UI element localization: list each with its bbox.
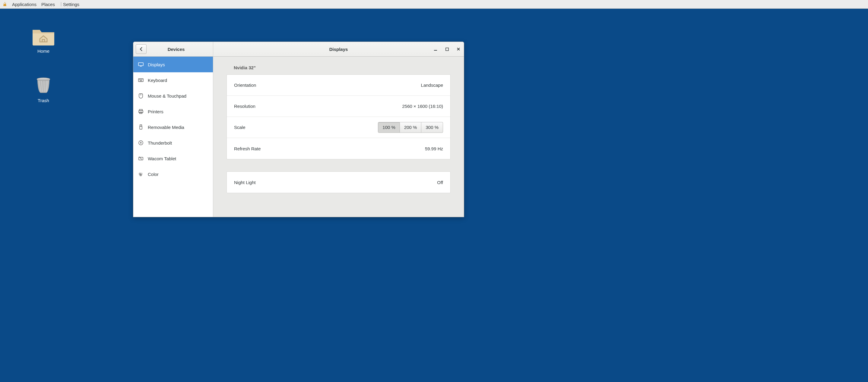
- sidebar-item-label: Mouse & Touchpad: [148, 93, 186, 99]
- display-icon: [138, 62, 144, 67]
- minimize-button[interactable]: [433, 46, 438, 52]
- svg-rect-6: [140, 66, 142, 67]
- printer-icon: [138, 109, 144, 114]
- orientation-label: Orientation: [234, 82, 256, 88]
- night-light-value: Off: [437, 180, 443, 185]
- scale-segmented-control: 100 % 200 % 300 %: [378, 122, 443, 133]
- orientation-value: Landscape: [421, 82, 443, 88]
- titlebar-left: Devices: [133, 42, 213, 56]
- sidebar-item-removable-media[interactable]: Removable Media: [133, 119, 213, 135]
- monitor-name: Nvidia 32": [226, 65, 451, 70]
- maximize-button[interactable]: [444, 46, 450, 52]
- sidebar-item-keyboard[interactable]: Keyboard: [133, 72, 213, 88]
- night-light-panel: Night Light Off: [226, 171, 451, 193]
- svg-rect-9: [140, 79, 141, 80]
- scale-label: Scale: [234, 125, 246, 130]
- sidebar-item-label: Thunderbolt: [148, 140, 172, 145]
- row-refresh-rate[interactable]: Refresh Rate 59.99 Hz: [227, 138, 450, 159]
- desktop-icon-trash[interactable]: Trash: [28, 74, 59, 103]
- desktop-icon-home-label: Home: [28, 48, 59, 54]
- desktop: Home Trash Devices Displays: [0, 9, 868, 382]
- menu-divider: [61, 2, 61, 6]
- color-icon: [138, 171, 144, 177]
- tablet-icon: [138, 156, 144, 161]
- keyboard-icon: [138, 77, 144, 83]
- close-button[interactable]: [456, 46, 461, 52]
- home-folder-icon: [31, 25, 56, 47]
- thunderbolt-icon: [138, 140, 144, 145]
- sidebar-item-printers[interactable]: Printers: [133, 104, 213, 119]
- row-night-light[interactable]: Night Light Off: [227, 172, 450, 193]
- sidebar-item-label: Displays: [148, 62, 165, 67]
- display-settings-panel: Orientation Landscape Resolution 2560 × …: [226, 74, 451, 160]
- back-button[interactable]: [136, 44, 147, 54]
- sidebar-item-label: Wacom Tablet: [148, 156, 176, 161]
- titlebar-left-title: Devices: [150, 47, 213, 52]
- titlebar-right-title: Displays: [329, 47, 348, 52]
- menu-applications[interactable]: Applications: [12, 2, 36, 7]
- svg-rect-10: [141, 79, 142, 80]
- sidebar-item-color[interactable]: Color: [133, 166, 213, 182]
- resolution-value: 2560 × 1600 (16:10): [402, 104, 443, 109]
- trash-icon: [31, 74, 56, 96]
- refresh-rate-value: 59.99 Hz: [425, 146, 443, 151]
- main-content: Nvidia 32" Orientation Landscape Resolut…: [213, 57, 464, 217]
- settings-window: Devices Displays Displays Keybo: [133, 42, 464, 217]
- usb-icon: [138, 125, 144, 130]
- desktop-icon-trash-label: Trash: [28, 98, 59, 103]
- svg-rect-3: [434, 50, 437, 50]
- svg-rect-4: [445, 47, 448, 50]
- sidebar-item-label: Keyboard: [148, 78, 167, 83]
- svg-rect-17: [140, 125, 142, 126]
- window-body: Displays Keyboard Mouse & Touchpad Print…: [133, 57, 464, 217]
- menu-settings-active[interactable]: Settings: [63, 2, 79, 7]
- svg-rect-7: [138, 79, 143, 82]
- sidebar-item-displays[interactable]: Displays: [133, 57, 213, 72]
- svg-rect-11: [142, 79, 142, 80]
- sidebar-item-thunderbolt[interactable]: Thunderbolt: [133, 135, 213, 151]
- top-menu-bar: Applications Places Settings: [0, 0, 868, 9]
- scale-option-300[interactable]: 300 %: [421, 122, 443, 133]
- chevron-left-icon: [140, 47, 143, 51]
- os-icon: [2, 2, 7, 7]
- svg-rect-8: [139, 79, 140, 80]
- window-titlebar[interactable]: Devices Displays: [133, 42, 464, 57]
- svg-rect-18: [140, 126, 142, 129]
- row-resolution[interactable]: Resolution 2560 × 1600 (16:10): [227, 96, 450, 117]
- sidebar-item-mouse[interactable]: Mouse & Touchpad: [133, 88, 213, 104]
- desktop-icon-home[interactable]: Home: [28, 25, 59, 54]
- resolution-label: Resolution: [234, 104, 255, 109]
- sidebar-item-label: Color: [148, 172, 159, 177]
- sidebar-item-wacom[interactable]: Wacom Tablet: [133, 151, 213, 166]
- sidebar-item-label: Removable Media: [148, 125, 184, 130]
- svg-point-0: [4, 2, 5, 3]
- sidebar-item-label: Printers: [148, 109, 163, 114]
- menu-places[interactable]: Places: [41, 2, 55, 7]
- svg-rect-5: [138, 63, 143, 66]
- svg-rect-15: [139, 111, 143, 113]
- sidebar: Displays Keyboard Mouse & Touchpad Print…: [133, 57, 213, 217]
- svg-rect-12: [140, 80, 142, 81]
- row-scale: Scale 100 % 200 % 300 %: [227, 117, 450, 138]
- row-orientation[interactable]: Orientation Landscape: [227, 75, 450, 96]
- scale-option-100[interactable]: 100 %: [378, 122, 400, 133]
- window-controls: [433, 42, 461, 56]
- mouse-icon: [138, 93, 144, 99]
- refresh-rate-label: Refresh Rate: [234, 146, 260, 151]
- svg-point-24: [140, 174, 142, 176]
- titlebar-right: Displays: [213, 42, 464, 56]
- night-light-label: Night Light: [234, 180, 256, 185]
- scale-option-200[interactable]: 200 %: [400, 122, 422, 133]
